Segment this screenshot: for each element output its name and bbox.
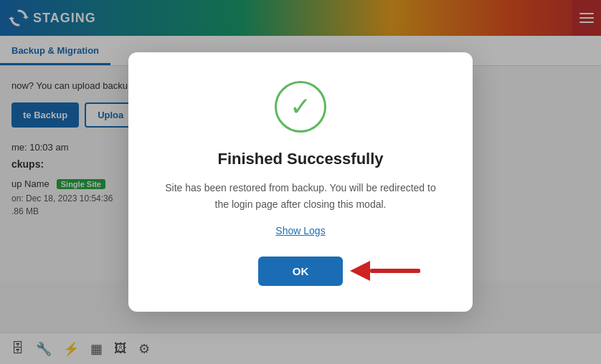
- check-icon: ✓: [290, 94, 311, 120]
- ok-button-wrapper: OK: [258, 257, 344, 286]
- modal-overlay: ✓ Finished Successfully Site has been re…: [0, 0, 601, 364]
- background-page: STAGING Backup & Migration now? You can …: [0, 0, 601, 364]
- svg-rect-5: [370, 269, 420, 273]
- modal-body-text: Site has been restored from backup. You …: [157, 180, 444, 212]
- red-arrow-icon: [350, 258, 422, 284]
- arrow-indicator: [350, 258, 422, 284]
- success-modal: ✓ Finished Successfully Site has been re…: [128, 52, 473, 312]
- ok-button[interactable]: OK: [258, 257, 344, 286]
- show-logs-link[interactable]: Show Logs: [157, 225, 444, 236]
- svg-marker-6: [350, 261, 370, 281]
- success-circle: ✓: [275, 81, 326, 133]
- modal-title: Finished Successfully: [157, 150, 444, 168]
